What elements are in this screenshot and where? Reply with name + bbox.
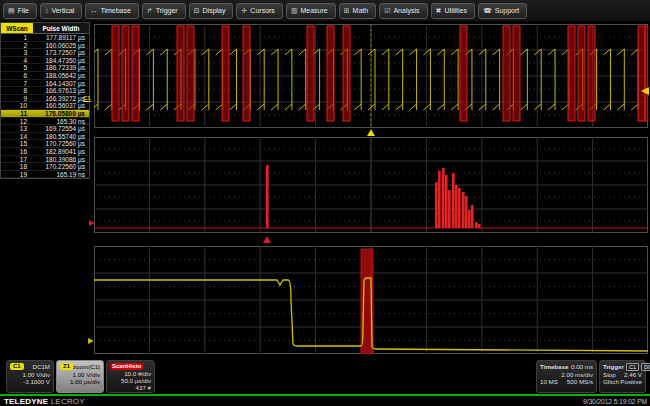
c1-descriptor-box[interactable]: C1 DC1M 1.00 V/div -3.1000 V: [6, 360, 54, 393]
table-row[interactable]: 14180.55740 µs: [1, 133, 89, 141]
brand-teledyne: TELEDYNE: [4, 397, 48, 406]
selected-bin-marker-icon: [263, 236, 271, 243]
menu-item-label: Support: [495, 7, 520, 14]
menu-item-math[interactable]: ⊞Math: [339, 3, 376, 19]
timebase-icon: ↔: [90, 7, 97, 14]
file-icon: ▤: [8, 7, 15, 14]
c1-coupling: DC1M: [32, 363, 50, 370]
menu-item-label: Vertical: [51, 7, 74, 14]
trigger-icon: ↱: [147, 7, 153, 14]
scanhisto-graticule: [94, 137, 648, 233]
clock-datetime: 9/30/2012 5:19:02 PM: [583, 398, 647, 405]
table-row[interactable]: 5186.72339 µs: [1, 64, 89, 72]
trigger-source-badge: C1: [626, 363, 639, 371]
row-index: 1: [1, 34, 30, 41]
table-row[interactable]: 10160.56037 µs: [1, 102, 89, 110]
menu-item-measure[interactable]: ▥Measure: [286, 3, 336, 19]
scanhisto-panel: [94, 137, 648, 233]
z1-tdiv: 1.00 µs/div: [60, 378, 100, 385]
trigger-box[interactable]: Trigger C1DC Stop 2.46 V Glitch Positive: [599, 360, 646, 393]
scanhisto-count: 437 #: [110, 385, 151, 392]
menu-item-label: Timebase: [100, 7, 130, 14]
menu-item-label: Trigger: [156, 7, 178, 14]
table-row[interactable]: 18170.22560 µs: [1, 163, 89, 171]
timebase-box[interactable]: Timebase 0.00 ms 2.00 ms/div 10 MS 500 M…: [536, 360, 597, 393]
menu-item-display[interactable]: ⊟Display: [189, 3, 234, 19]
table-row[interactable]: 17180.39086 µs: [1, 156, 89, 164]
histogram-bar: [471, 205, 474, 228]
histogram-bar: [465, 196, 468, 228]
table-row[interactable]: 9166.39272 µs: [1, 95, 89, 103]
pulse-width-value: 180.55740 µs: [30, 133, 89, 140]
menu-item-timebase[interactable]: ↔Timebase: [85, 3, 138, 19]
menubar: ▤File↕Vertical↔Timebase↱Trigger⊟Display✛…: [0, 0, 650, 21]
histogram-bar: [458, 188, 461, 228]
trigger-level-marker-icon[interactable]: [641, 87, 649, 95]
trigger-slope: Positive: [620, 378, 642, 385]
histogram-bar: [475, 222, 478, 228]
timebase-delay: 0.00 ms: [571, 363, 593, 370]
c1-waveform-panel: [94, 24, 648, 128]
menu-item-vertical[interactable]: ↕Vertical: [40, 3, 82, 19]
utilities-icon: ✖: [436, 7, 442, 14]
c1-zero-level-label[interactable]: C1: [83, 95, 91, 102]
table-row[interactable]: 11176.05809 µs: [1, 110, 89, 118]
menu-item-utilities[interactable]: ✖Utilities: [431, 3, 475, 19]
row-index: 4: [1, 57, 30, 64]
histogram-bar: [455, 185, 458, 228]
menu-item-file[interactable]: ▤File: [3, 3, 37, 19]
pulse-width-value: 169.72554 µs: [30, 125, 89, 132]
table-row[interactable]: 3173.72507 µs: [1, 49, 89, 57]
pulse-width-value: 160.06025 µs: [30, 42, 89, 49]
pulse-width-value: 184.47350 µs: [30, 57, 89, 64]
analysis-icon: ☑: [384, 7, 390, 14]
table-row[interactable]: 13169.72554 µs: [1, 125, 89, 133]
table-row[interactable]: 6188.05642 µs: [1, 72, 89, 80]
table-row[interactable]: 19165.19 ns: [1, 171, 89, 179]
vertical-icon: ↕: [45, 7, 49, 14]
footer-divider: [0, 394, 650, 396]
oscilloscope-screen: ▤File↕Vertical↔Timebase↱Trigger⊟Display✛…: [0, 0, 650, 406]
row-index: 6: [1, 72, 30, 79]
trigger-coupling-badge: DC: [641, 363, 650, 371]
table-row[interactable]: 16182.89041 µs: [1, 148, 89, 156]
row-index: 16: [1, 148, 30, 155]
math-icon: ⊞: [344, 7, 350, 14]
support-icon: ☎: [483, 7, 492, 14]
table-row[interactable]: 7164.14307 µs: [1, 80, 89, 88]
pulse-width-value: 164.14307 µs: [30, 80, 89, 87]
table-row[interactable]: 15170.72560 µs: [1, 140, 89, 148]
pulse-width-value: 166.39272 µs: [30, 95, 89, 102]
row-index: 11: [1, 110, 30, 117]
wavescan-table-header: WScan Pulse Width: [1, 23, 89, 34]
z1-descriptor-box[interactable]: Z1 zoom(C1) 1.00 V/div 1.00 µs/div: [56, 360, 104, 393]
table-row[interactable]: 2160.06025 µs: [1, 42, 89, 50]
scan-highlight-bar: [307, 26, 314, 121]
row-index: 10: [1, 102, 30, 109]
trigger-time-marker-icon[interactable]: [367, 129, 375, 136]
menu-item-trigger[interactable]: ↱Trigger: [142, 3, 186, 19]
trigger-kind: Glitch: [603, 378, 619, 385]
scanhisto-descriptor-box[interactable]: ScanHisto 10.0 #/div 50.0 µs/div 437 #: [106, 360, 155, 393]
pulse-width-value: 182.89041 µs: [30, 148, 89, 155]
row-index: 15: [1, 140, 30, 147]
histogram-bar: [435, 182, 438, 228]
menu-item-analysis[interactable]: ☑Analysis: [379, 3, 427, 19]
menu-item-cursors[interactable]: ✛Cursors: [236, 3, 282, 19]
wscan-header-cell[interactable]: WScan: [1, 23, 33, 33]
scan-highlight-bar: [187, 26, 194, 121]
menu-item-support[interactable]: ☎Support: [478, 3, 527, 19]
table-row[interactable]: 4184.47350 µs: [1, 57, 89, 65]
table-row[interactable]: 12165.30 ns: [1, 118, 89, 126]
row-index: 7: [1, 80, 30, 87]
histogram-bar: [462, 192, 465, 228]
table-row[interactable]: 1177.89117 µs: [1, 34, 89, 42]
row-index: 5: [1, 64, 30, 71]
timebase-rate: 500 MS/s: [567, 378, 593, 385]
scan-highlight-bar: [578, 26, 585, 121]
row-index: 18: [1, 163, 30, 170]
c1-offset: -3.1000 V: [10, 378, 50, 385]
menu-item-label: File: [18, 7, 29, 14]
table-row[interactable]: 8166.97613 µs: [1, 87, 89, 95]
scan-highlight-bar: [460, 26, 467, 121]
